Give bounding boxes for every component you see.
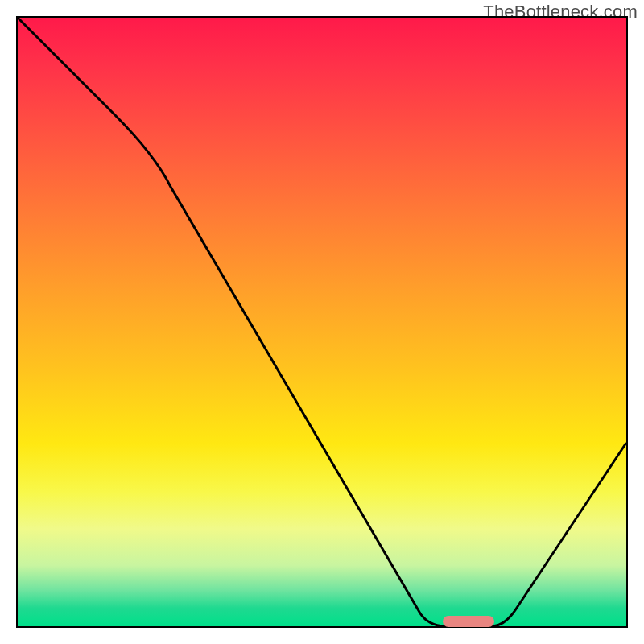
chart-frame: TheBottleneck.com	[0, 0, 644, 644]
plot-area	[16, 16, 628, 628]
bottleneck-curve	[18, 18, 626, 626]
optimal-marker	[443, 616, 494, 627]
curve-path	[18, 18, 626, 626]
